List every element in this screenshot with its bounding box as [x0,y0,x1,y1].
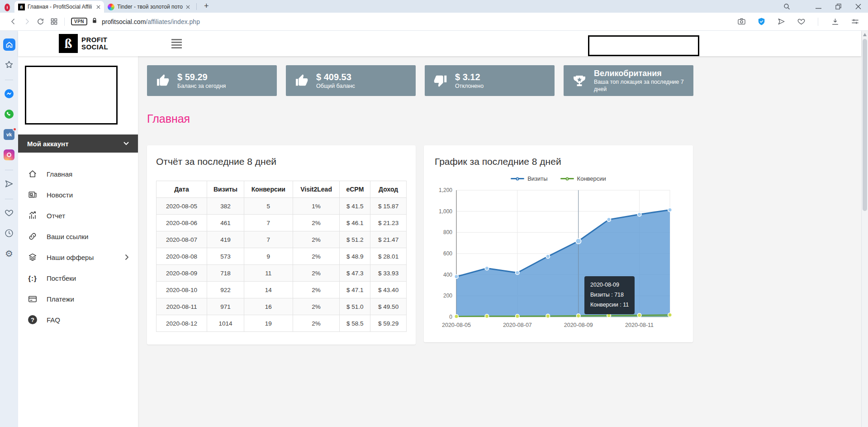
my-flow-icon[interactable] [774,15,788,29]
opera-logo-icon[interactable] [5,4,10,11]
table-cell: 1% [293,198,340,215]
chevron-down-icon [123,142,129,145]
stat-card: $ 3.12Отклонено [425,65,555,96]
account-menu-header[interactable]: Мой аккаунт [18,134,138,153]
back-button[interactable] [6,15,20,29]
table-cell: $ 49.50 [370,298,407,315]
sidebar-instagram-button[interactable] [3,149,15,161]
chart-area[interactable]: 02004006008001,0001,2002020-08-052020-08… [435,186,682,331]
sidebar-vk-button[interactable]: vk [3,128,15,141]
shield-check-icon[interactable] [754,15,768,29]
page: ß PROFITSOCIAL Мой аккаунт ГлавнаяНовост… [18,31,861,427]
svg-text:2020-08-07: 2020-08-07 [503,322,532,328]
close-window-button[interactable] [848,0,868,13]
sidebar-item-payments[interactable]: Платежи [18,288,138,309]
table-cell: 2% [293,231,340,248]
legend-item-Конверсии[interactable]: Конверсии [560,175,606,182]
sidebar-gear-button[interactable]: ⚙ [3,247,15,260]
url-text[interactable]: profitsocial.com/affiliates/index.php [102,18,200,25]
lock-icon[interactable] [91,17,98,26]
main-content: $ 59.29Баланс за сегодня$ 409.53Общий ба… [138,56,861,427]
sidebar-whatsapp-button[interactable] [3,108,15,120]
sidebar-item-report[interactable]: Отчет [18,205,138,226]
sidebar-item-label: Ваши ссылки [47,233,88,240]
sidebar-star-button[interactable] [3,58,15,71]
sidebar-item-home[interactable]: Главная [18,163,138,184]
sidebar-messenger-button[interactable] [3,87,15,100]
stat-card-label: Общий баланс [316,83,355,90]
column-header: Visit2Lead [293,181,340,198]
browser-search-icon[interactable] [777,0,797,13]
page-body: Мой аккаунт ГлавнаяНовостиОтчетВаши ссыл… [18,56,861,427]
gear-icon: ⚙ [5,249,13,258]
table-cell: 2020-08-10 [157,282,207,298]
reload-button[interactable] [33,15,47,29]
report-table-head: ДатаВизитыКонверсииVisit2LeadeCPMДоход [157,181,407,198]
account-label: Мой аккаунт [27,140,69,148]
table-cell: 9 [244,248,293,265]
scrollbar-thumb[interactable] [863,39,867,211]
sidebar-item-label: Постбеки [47,274,76,282]
table-row: 2020-08-121014192%$ 58.5$ 59.29 [157,315,407,332]
column-header: Конверсии [244,181,293,198]
stat-card-label: Баланс за сегодня [177,83,226,90]
report-title: Отчёт за последние 8 дней [156,156,407,167]
table-cell: $ 48.9 [340,248,370,265]
table-cell: 461 [207,215,244,231]
forward-button[interactable] [20,15,33,29]
browser-tab[interactable]: ßГлавная - ProfitSocial Affili [14,1,104,13]
settings-tune-icon[interactable] [848,15,862,29]
table-cell: 7 [244,215,293,231]
sidebar-heart-button[interactable] [3,206,15,219]
sidebar-item-faq[interactable]: ?FAQ [18,309,138,330]
sidebar-divider [5,80,13,80]
stat-card-text: $ 59.29Баланс за сегодня [177,71,226,90]
sidebar-item-news[interactable]: Новости [18,184,138,205]
sidebar-item-label: Главная [47,170,72,178]
speed-dial-icon[interactable] [47,15,61,29]
table-cell: 2% [293,265,340,282]
toolbar-right-icons [735,15,862,29]
report-panel: Отчёт за последние 8 дней ДатаВизитыКонв… [147,145,416,345]
sidebar-clock-button[interactable] [3,227,15,240]
stat-card-text: ВеликобританияВаша топ локация за послед… [594,68,693,93]
sidebar-item-postbacks[interactable]: {:}Постбеки [18,268,138,288]
sidebar-item-label: Платежи [47,295,74,303]
page-scrollbar[interactable] [861,31,868,427]
whatsapp-icon [4,109,14,120]
opera-sidebar: vk⚙ [0,31,18,427]
address-bar[interactable]: VPN profitsocial.com/affiliates/index.ph… [71,17,200,26]
browser-tab[interactable]: Tinder - твой золотой пото [104,1,194,13]
minimize-button[interactable] [808,0,828,13]
sidebar-paper-plane-button[interactable] [3,178,15,190]
tinder-favicon [108,4,114,10]
chart-panel: График за последние 8 дней ВизитыКонверс… [424,145,693,342]
sidebar-home-button[interactable] [3,38,15,51]
profitsocial-favicon: ß [18,4,25,10]
table-cell: $ 21.47 [370,231,407,248]
downloads-icon[interactable] [828,15,842,29]
svg-text:400: 400 [443,272,452,278]
scrollbar-up-arrow[interactable] [863,33,867,36]
logo-text: PROFITSOCIAL [81,36,108,51]
svg-text:1,000: 1,000 [439,208,452,215]
menu-toggle-button[interactable] [171,39,182,48]
tooltip-date: 2020-08-09 [590,280,629,290]
table-cell: 419 [207,231,244,248]
restore-button[interactable] [828,0,848,13]
tab-close-icon[interactable] [96,5,100,9]
sidebar-item-link[interactable]: Ваши ссылки [18,226,138,247]
table-cell: 14 [244,282,293,298]
new-tab-button[interactable]: + [199,1,213,13]
bookmark-heart-icon[interactable] [794,15,808,29]
vpn-badge[interactable]: VPN [71,18,87,25]
profitsocial-logo[interactable]: ß PROFITSOCIAL [59,34,108,53]
table-cell: $ 41.5 [340,198,370,215]
stat-card-label: Ваша топ локация за последние 7 дней [594,79,693,93]
svg-text:2020-08-09: 2020-08-09 [564,322,593,328]
sidebar-item-offers[interactable]: Наши офферы [18,247,138,268]
snapshot-camera-icon[interactable] [735,15,748,29]
legend-item-Визиты[interactable]: Визиты [511,175,547,182]
sidebar-nav-panel: Мой аккаунт ГлавнаяНовостиОтчетВаши ссыл… [18,56,138,427]
tab-close-icon[interactable] [186,5,190,9]
